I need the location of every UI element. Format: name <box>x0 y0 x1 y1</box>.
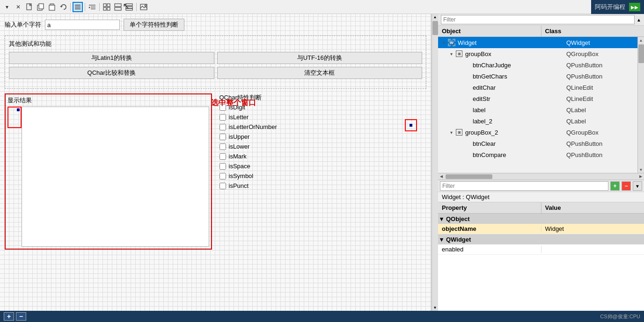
checkbox-list: isDigit isLetter isLetterOrNumber isUppe… <box>220 104 427 189</box>
qwidget-expander[interactable]: ▾ <box>440 236 443 243</box>
prop-row-objectname[interactable]: objectName Widget <box>438 224 644 234</box>
tree-row-editstr[interactable]: editStr QLineEdit <box>438 93 637 104</box>
bottom-add-btn[interactable]: + <box>4 312 14 321</box>
tree-row-btngetchar[interactable]: btnGetChars QPushButton <box>438 71 637 82</box>
utf16-btn[interactable]: 与UTF-16的转换 <box>217 52 423 64</box>
tree-hscroll-left[interactable]: ◀ <box>438 173 445 180</box>
tree-hscroll-right[interactable]: ▶ <box>637 173 644 180</box>
latin1-btn[interactable]: 与Latin1的转换 <box>9 52 214 64</box>
groupbox-icon: ⊞ <box>455 50 463 58</box>
tree-btnclear-name: btnClear <box>462 140 496 147</box>
toolbar-indent[interactable] <box>87 2 97 12</box>
svg-rect-14 <box>107 4 110 7</box>
prop-row-enabled[interactable]: enabled <box>438 244 644 255</box>
tree-row-btnclear[interactable]: btnClear QPushButton <box>438 138 637 149</box>
tree-editstr-name: editStr <box>462 95 490 102</box>
expander-groupbox[interactable]: ▾ <box>447 51 455 57</box>
input-row: 输入单个字符 单个字符特性判断 <box>5 19 426 31</box>
toolbar-dropdown[interactable]: ▾ <box>2 2 12 12</box>
separator-2 <box>85 3 85 11</box>
main-layout: 输入单个字符 单个字符特性判断 其他测试和功能 与Latin1的转换 与UTF-… <box>0 14 644 311</box>
scroll-thumb[interactable] <box>432 21 438 35</box>
prop-group-qwidget[interactable]: ▾ QWidget <box>438 234 644 244</box>
play-button[interactable]: ▶▶ <box>629 3 640 11</box>
tree-row-editchar[interactable]: editChar QLineEdit <box>438 82 637 93</box>
toolbar-new[interactable] <box>24 2 35 12</box>
checkbox-isLower: isLower <box>220 143 427 150</box>
clear-text-btn[interactable]: 清空文本框 <box>217 67 423 79</box>
tree-scroll-up[interactable]: ▲ <box>638 37 644 43</box>
tree-scroll-thumb[interactable] <box>638 44 644 63</box>
tree-groupbox2-class: QGroupBox <box>563 129 637 136</box>
toolbar-grid2[interactable] <box>113 2 123 12</box>
tree-row-groupbox[interactable]: ▾ ⊞ groupBox QGroupBox <box>438 48 637 59</box>
tree-btncharjudge-name: btnCharJudge <box>462 62 511 69</box>
checkbox-isSpace: isSpace <box>220 163 427 170</box>
scroll-up[interactable]: ▲ <box>432 14 438 20</box>
bottom-right-text: CS帅@俊童:CPU <box>600 313 640 320</box>
tree-editchar-name: editChar <box>462 84 496 91</box>
results-section: 显示结果 QChar特性判断 选中 <box>5 93 426 250</box>
tree-label2-name: label_2 <box>462 118 492 125</box>
filter-up-arrow[interactable]: ▲ <box>637 17 641 22</box>
tree-row-btncharjudge[interactable]: btnCharJudge QPushButton <box>438 59 637 71</box>
char-input[interactable] <box>45 20 120 30</box>
toolbar-grid3[interactable] <box>124 2 134 12</box>
bottom-remove-btn[interactable]: − <box>16 312 26 321</box>
prop-add-btn[interactable]: + <box>610 181 620 191</box>
toolbar-copy[interactable] <box>36 2 46 12</box>
checkbox-isPunct: isPunct <box>220 182 427 189</box>
prop-filter-input[interactable] <box>440 181 608 191</box>
scroll-down[interactable]: ▼ <box>432 305 438 311</box>
prop-group-qobject[interactable]: ▾ QObject <box>438 214 644 224</box>
toolbar-align[interactable] <box>73 2 83 12</box>
tree-label-class: QLabel <box>563 107 637 114</box>
tree-row-btncompare[interactable]: btnCompare QPushButton <box>438 149 637 160</box>
svg-rect-13 <box>103 4 106 7</box>
svg-rect-19 <box>126 4 132 6</box>
tree-row-label2[interactable]: label_2 QLabel <box>438 115 637 127</box>
prop-value-header: Value <box>542 202 644 213</box>
single-char-btn[interactable]: 单个字符特性判断 <box>124 19 184 31</box>
tree-btncompare-name: btnCompare <box>462 151 506 158</box>
toolbar-paste[interactable] <box>47 2 57 12</box>
qchar-compare-btn[interactable]: QChar比较和替换 <box>9 67 214 79</box>
tree-row-widget[interactable]: ▾ W Widget QWidget <box>438 37 637 48</box>
tree-row-groupbox2[interactable]: ▾ ⊞ groupBox_2 QGroupBox <box>438 127 637 138</box>
tree-hscroll-thumb[interactable] <box>446 174 492 179</box>
toolbar-image[interactable] <box>139 2 149 12</box>
prop-filter-bar: + − ▼ <box>438 180 644 192</box>
tree-vscrollbar[interactable]: ▲ ▼ <box>637 37 644 173</box>
annotation-text: 选中整个窗口 <box>211 98 256 108</box>
tree-btngetchar-name: btnGetChars <box>462 73 507 80</box>
qobject-expander[interactable]: ▾ <box>440 215 443 222</box>
expander-widget[interactable]: ▾ <box>440 40 447 45</box>
tree-scroll-down[interactable]: ▼ <box>638 166 644 173</box>
prop-extra-btn[interactable]: ▼ <box>633 181 642 191</box>
tree-widget-name: Widget <box>458 39 476 46</box>
left-vscrollbar[interactable]: ▲ ▼ <box>432 14 438 311</box>
qobject-label: QObject <box>446 215 470 222</box>
tree-btncharjudge-class: QPushButton <box>563 62 637 69</box>
object-tree-section: ▲ Object Class ▾ <box>438 14 644 180</box>
checkbox-isSymbol: isSymbol <box>220 172 427 179</box>
tree-class-header: Class <box>542 26 644 36</box>
tree-label2-class: QLabel <box>563 118 637 125</box>
blue-dot-left <box>17 108 20 111</box>
toolbar-undo[interactable] <box>58 2 68 12</box>
tree-filter-input[interactable] <box>441 15 635 24</box>
results-label: 显示结果 <box>7 96 209 105</box>
tree-row-label[interactable]: label QLabel <box>438 104 637 115</box>
other-section-title: 其他测试和功能 <box>9 40 422 48</box>
prop-enabled-key: enabled <box>438 246 542 253</box>
widget-icon: W <box>447 38 456 47</box>
toolbar-grid1[interactable] <box>102 2 112 12</box>
prop-remove-btn[interactable]: − <box>622 181 631 191</box>
tree-header: Object Class <box>438 26 644 37</box>
expander-groupbox2[interactable]: ▾ <box>447 130 455 135</box>
toolbar-close[interactable]: ✕ <box>13 2 23 12</box>
tree-widget-class: QWidget <box>563 39 637 46</box>
tree-hscrollbar[interactable]: ◀ ▶ <box>438 173 644 179</box>
property-section: + − ▼ Widget : QWidget Property Value ▾ … <box>438 180 644 311</box>
checkbox-isLetter: isLetter <box>220 114 427 121</box>
